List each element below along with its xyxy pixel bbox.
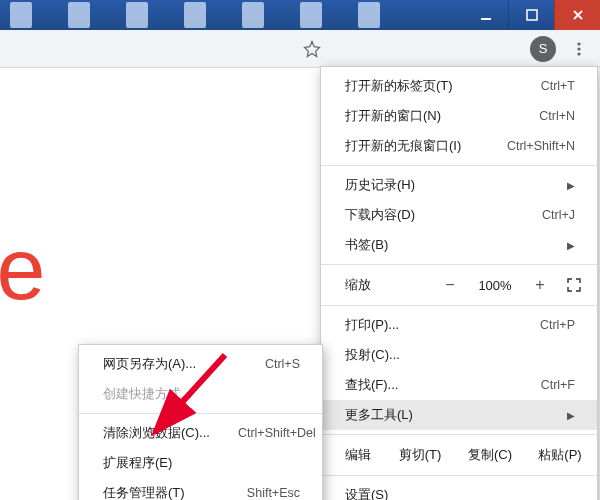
menu-button[interactable] xyxy=(566,36,592,62)
submenu-clear-data[interactable]: 清除浏览数据(C)...Ctrl+Shift+Del xyxy=(79,418,322,448)
submenu-extensions[interactable]: 扩展程序(E) xyxy=(79,448,322,478)
menu-downloads[interactable]: 下载内容(D)Ctrl+J xyxy=(321,200,597,230)
paste-button[interactable]: 粘贴(P) xyxy=(535,446,585,464)
menu-separator xyxy=(79,413,322,414)
maximize-button[interactable] xyxy=(508,0,554,30)
menu-shortcut: Ctrl+J xyxy=(542,208,575,222)
page-content: gle xyxy=(0,68,90,500)
bookmark-star-button[interactable] xyxy=(298,35,326,63)
svg-rect-0 xyxy=(481,18,491,20)
menu-edit-row: 编辑 剪切(T) 复制(C) 粘贴(P) xyxy=(321,439,597,471)
menu-label: 打印(P)... xyxy=(345,316,512,334)
submenu-create-shortcut: 创建快捷方式... xyxy=(79,379,322,409)
menu-label: 更多工具(L) xyxy=(345,406,547,424)
close-button[interactable] xyxy=(554,0,600,30)
menu-label: 打开新的标签页(T) xyxy=(345,77,513,95)
menu-label: 历史记录(H) xyxy=(345,176,547,194)
menu-shortcut: Ctrl+Shift+N xyxy=(507,139,575,153)
menu-separator xyxy=(321,475,597,476)
menu-label: 网页另存为(A)... xyxy=(103,355,237,373)
zoom-label: 缩放 xyxy=(345,276,439,294)
menu-separator xyxy=(321,305,597,306)
taskbar-icon xyxy=(10,2,32,28)
menu-incognito[interactable]: 打开新的无痕窗口(I)Ctrl+Shift+N xyxy=(321,131,597,161)
fullscreen-icon xyxy=(567,278,581,292)
svg-rect-1 xyxy=(527,10,537,20)
menu-shortcut: Ctrl+F xyxy=(541,378,575,392)
taskbar-icon xyxy=(358,2,380,28)
google-logo: gle xyxy=(0,218,39,320)
menu-label: 书签(B) xyxy=(345,236,547,254)
menu-separator xyxy=(321,264,597,265)
taskbar-icon xyxy=(126,2,148,28)
menu-label: 打开新的窗口(N) xyxy=(345,107,511,125)
menu-shortcut: Ctrl+P xyxy=(540,318,575,332)
menu-print[interactable]: 打印(P)...Ctrl+P xyxy=(321,310,597,340)
menu-label: 打开新的无痕窗口(I) xyxy=(345,137,479,155)
menu-shortcut: Ctrl+N xyxy=(539,109,575,123)
svg-point-3 xyxy=(577,47,580,50)
menu-zoom-row: 缩放 − 100% + xyxy=(321,269,597,301)
minimize-icon xyxy=(480,9,492,21)
menu-label: 创建快捷方式... xyxy=(103,385,300,403)
menu-label: 任务管理器(T) xyxy=(103,484,219,500)
submenu-task-manager[interactable]: 任务管理器(T)Shift+Esc xyxy=(79,478,322,500)
browser-toolbar: S xyxy=(0,30,600,68)
menu-separator xyxy=(321,434,597,435)
kebab-icon xyxy=(571,41,587,57)
taskbar-icon xyxy=(184,2,206,28)
svg-point-2 xyxy=(577,42,580,45)
submenu-save-as[interactable]: 网页另存为(A)...Ctrl+S xyxy=(79,349,322,379)
copy-button[interactable]: 复制(C) xyxy=(465,446,515,464)
close-icon xyxy=(572,9,584,21)
menu-bookmarks[interactable]: 书签(B)▶ xyxy=(321,230,597,260)
more-tools-submenu: 网页另存为(A)...Ctrl+S 创建快捷方式... 清除浏览数据(C)...… xyxy=(78,344,323,500)
menu-more-tools[interactable]: 更多工具(L)▶ xyxy=(321,400,597,430)
chevron-right-icon: ▶ xyxy=(567,180,575,191)
menu-new-tab[interactable]: 打开新的标签页(T)Ctrl+T xyxy=(321,71,597,101)
menu-shortcut: Ctrl+T xyxy=(541,79,575,93)
menu-separator xyxy=(321,165,597,166)
edit-label: 编辑 xyxy=(345,446,371,464)
menu-label: 设置(S) xyxy=(345,486,575,500)
logo-letter: e xyxy=(0,219,39,318)
zoom-value: 100% xyxy=(473,278,517,293)
desktop-taskbar-bg xyxy=(0,0,470,30)
cut-button[interactable]: 剪切(T) xyxy=(395,446,445,464)
menu-cast[interactable]: 投射(C)... xyxy=(321,340,597,370)
menu-settings[interactable]: 设置(S) xyxy=(321,480,597,500)
taskbar-icon xyxy=(242,2,264,28)
fullscreen-button[interactable] xyxy=(563,274,585,296)
menu-history[interactable]: 历史记录(H)▶ xyxy=(321,170,597,200)
taskbar-icon xyxy=(300,2,322,28)
menu-label: 查找(F)... xyxy=(345,376,513,394)
star-icon xyxy=(303,40,321,58)
profile-avatar[interactable]: S xyxy=(530,36,556,62)
chevron-right-icon: ▶ xyxy=(567,410,575,421)
svg-point-4 xyxy=(577,52,580,55)
zoom-in-button[interactable]: + xyxy=(529,274,551,296)
menu-new-window[interactable]: 打开新的窗口(N)Ctrl+N xyxy=(321,101,597,131)
menu-label: 投射(C)... xyxy=(345,346,575,364)
menu-label: 扩展程序(E) xyxy=(103,454,300,472)
zoom-out-button[interactable]: − xyxy=(439,274,461,296)
menu-label: 下载内容(D) xyxy=(345,206,514,224)
menu-label: 清除浏览数据(C)... xyxy=(103,424,210,442)
maximize-icon xyxy=(526,9,538,21)
menu-find[interactable]: 查找(F)...Ctrl+F xyxy=(321,370,597,400)
menu-shortcut: Shift+Esc xyxy=(247,486,300,500)
chevron-right-icon: ▶ xyxy=(567,240,575,251)
taskbar-icon xyxy=(68,2,90,28)
menu-shortcut: Ctrl+Shift+Del xyxy=(238,426,316,440)
chrome-main-menu: 打开新的标签页(T)Ctrl+T 打开新的窗口(N)Ctrl+N 打开新的无痕窗… xyxy=(320,66,598,500)
menu-shortcut: Ctrl+S xyxy=(265,357,300,371)
